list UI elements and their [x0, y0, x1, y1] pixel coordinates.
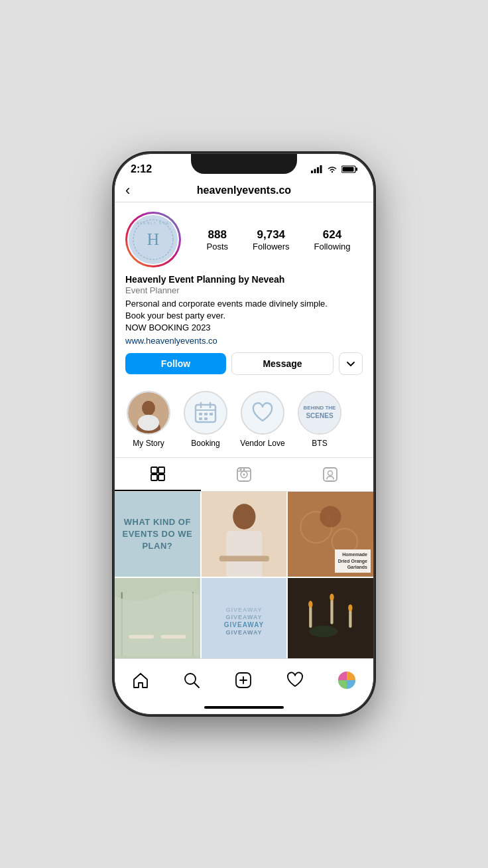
story-label-vendor-love: Vendor Love: [240, 439, 284, 448]
svg-rect-24: [204, 417, 208, 420]
ig-header: ‹ heavenlyevents.co: [115, 179, 373, 202]
back-button[interactable]: ‹: [125, 182, 130, 199]
profile-stats: 888 Posts 9,734 Followers 624 Following: [194, 228, 363, 252]
more-button[interactable]: [339, 352, 363, 375]
calendar-icon: [194, 401, 217, 425]
story-circle-my-story: [127, 391, 170, 435]
svg-rect-25: [151, 467, 157, 473]
post-dark-table[interactable]: [288, 578, 373, 664]
post-giveaway-content: GIVEAWAY GIVEAWAY GIVEAWAY GIVEAWAY: [202, 578, 287, 664]
story-booking[interactable]: Booking: [182, 391, 229, 448]
svg-point-31: [243, 473, 245, 475]
events-text: WHAT KIND OF EVENTS DO WE PLAN?: [121, 516, 194, 553]
story-vendor-love[interactable]: Vendor Love: [239, 391, 286, 448]
giveaway-line4: GIVEAWAY: [225, 629, 262, 636]
svg-rect-53: [349, 610, 352, 628]
svg-point-36: [328, 470, 333, 475]
post-venue-content: [115, 578, 200, 664]
profile-name: Heavenly Event Planning by Neveah: [125, 274, 363, 285]
posts-grid: WHAT KIND OF EVENTS DO WE PLAN?: [115, 492, 373, 664]
story-my-story[interactable]: My Story: [125, 391, 172, 448]
heart-icon: [251, 401, 274, 425]
phone-screen: 2:12: [115, 154, 373, 714]
post-dried-orange[interactable]: Homemade Dried Orange Garlands: [288, 492, 373, 577]
woman-figure-svg: [202, 492, 287, 577]
svg-rect-26: [158, 467, 164, 473]
search-icon: [183, 672, 200, 689]
home-bar: [204, 706, 284, 709]
svg-rect-28: [158, 474, 164, 480]
svg-rect-7: [343, 167, 354, 172]
svg-rect-0: [311, 171, 313, 173]
bts-circle-content: BEHIND THE SCENES: [299, 392, 340, 433]
following-count: 624: [323, 228, 341, 242]
dried-overlay-text: Homemade Dried Orange Garlands: [338, 552, 367, 570]
bio-line3: NOW BOOKING 2023: [125, 323, 211, 332]
nav-search[interactable]: [178, 666, 206, 694]
bio-line1: Personal and corporate events made divin…: [125, 299, 328, 309]
profile-bio: Personal and corporate events made divin…: [125, 298, 363, 334]
chevron-down-icon: [346, 360, 355, 367]
svg-rect-22: [210, 413, 213, 415]
profile-nav-icon: [337, 671, 356, 689]
post-dried-content: Homemade Dried Orange Garlands: [288, 492, 373, 577]
nav-home[interactable]: [127, 666, 154, 694]
svg-line-59: [194, 683, 199, 687]
wifi-icon: [327, 165, 337, 173]
stat-followers[interactable]: 9,734 Followers: [253, 228, 290, 252]
bio-line2: Book your best party ever.: [125, 311, 225, 321]
profile-link[interactable]: www.heavenlyevents.co: [125, 336, 363, 346]
tab-tagged[interactable]: [287, 458, 373, 491]
stat-following[interactable]: 624 Following: [314, 228, 351, 252]
signal-icon: [311, 165, 323, 173]
posts-tab-bar: [115, 457, 373, 492]
followers-label: Followers: [253, 242, 290, 252]
nav-add[interactable]: [229, 666, 257, 694]
followers-count: 9,734: [257, 228, 286, 242]
avatar-ring[interactable]: H HEAVENLY EVENT: [125, 212, 181, 267]
post-events-content: WHAT KIND OF EVENTS DO WE PLAN?: [115, 492, 200, 577]
dark-table-svg: [288, 578, 373, 664]
story-bts[interactable]: BEHIND THE SCENES BTS: [296, 391, 343, 448]
post-venue[interactable]: [115, 578, 200, 664]
bts-line2: SCENES: [306, 411, 333, 420]
giveaway-line2: GIVEAWAY: [225, 614, 262, 620]
story-label-booking: Booking: [191, 439, 219, 448]
story-person-icon: [128, 392, 169, 433]
stories-highlights: My Story: [115, 382, 373, 457]
screen-content[interactable]: ‹ heavenlyevents.co: [115, 179, 373, 673]
profile-category: Event Planner: [125, 285, 363, 295]
profile-username: heavenlyevents.co: [197, 184, 291, 196]
svg-point-34: [243, 469, 245, 470]
profile-info: Heavenly Event Planning by Neveah Event …: [125, 274, 363, 346]
svg-rect-6: [356, 168, 358, 171]
tab-grid[interactable]: [115, 458, 201, 491]
svg-point-57: [309, 626, 337, 637]
stat-posts[interactable]: 888 Posts: [206, 228, 228, 252]
story-circle-booking: [184, 391, 227, 435]
message-button[interactable]: Message: [231, 352, 334, 375]
svg-rect-51: [309, 607, 312, 628]
avatar-person: H HEAVENLY EVENT: [129, 216, 177, 263]
status-time: 2:12: [131, 163, 152, 175]
posts-count: 888: [208, 228, 227, 242]
page-background: 2:12: [0, 0, 488, 868]
nav-profile[interactable]: [332, 666, 361, 695]
post-events-text[interactable]: WHAT KIND OF EVENTS DO WE PLAN?: [115, 492, 200, 577]
post-woman-content: [202, 492, 287, 577]
svg-point-13: [142, 401, 155, 415]
svg-point-15: [138, 415, 159, 431]
venue-svg: [115, 578, 200, 664]
post-giveaway[interactable]: GIVEAWAY GIVEAWAY GIVEAWAY GIVEAWAY: [202, 578, 287, 664]
post-dark-content: [288, 578, 373, 664]
post-woman-photo[interactable]: [202, 492, 287, 577]
svg-point-44: [320, 506, 341, 527]
tab-reels[interactable]: [201, 458, 287, 491]
dried-orange-overlay: Homemade Dried Orange Garlands: [335, 549, 371, 573]
nav-likes[interactable]: [281, 666, 309, 694]
svg-text:H: H: [147, 230, 160, 249]
svg-rect-52: [331, 599, 334, 624]
reels-icon: [236, 467, 252, 482]
follow-button[interactable]: Follow: [125, 353, 226, 374]
grid-icon: [150, 466, 166, 482]
